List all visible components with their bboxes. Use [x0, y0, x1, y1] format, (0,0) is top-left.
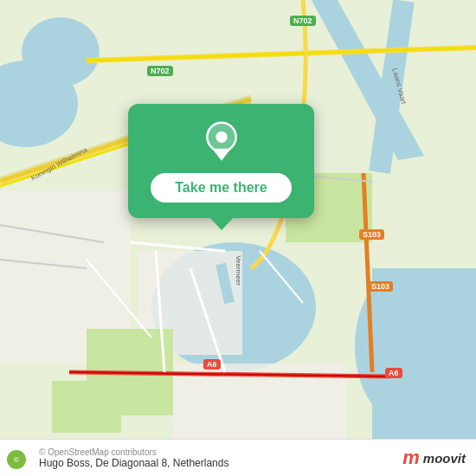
bottom-bar: © © OpenStreetMap contributors Hugo Boss… — [0, 439, 476, 476]
route-badge-n702-2: N702 — [147, 66, 173, 76]
location-text: Hugo Boss, De Diagonaal 8, Netherlands — [39, 457, 228, 469]
osm-logo-circle: © — [7, 450, 26, 469]
map-svg — [0, 0, 476, 476]
map-container: N702 N702 S103 S103 A6 A6 Koningin Wilhe… — [0, 0, 476, 476]
svg-point-3 — [22, 17, 100, 87]
osm-text: © OpenStreetMap contributors — [39, 447, 157, 457]
popup-card: Take me there — [128, 104, 314, 218]
svg-marker-34 — [212, 149, 231, 161]
moovit-m-icon: m — [402, 447, 420, 469]
route-badge-a6-2: A6 — [385, 368, 402, 378]
road-label-veermeer: Veermeer — [235, 255, 242, 286]
route-badge-s103-2: S103 — [368, 281, 393, 292]
osm-attribution: © — [7, 450, 29, 469]
moovit-logo: m moovit — [402, 447, 466, 469]
take-me-there-button[interactable]: Take me there — [151, 173, 291, 203]
address-label: © OpenStreetMap contributors Hugo Boss, … — [39, 447, 402, 469]
route-badge-s103-1: S103 — [359, 229, 384, 240]
location-pin-icon — [200, 121, 243, 164]
svg-rect-13 — [52, 381, 121, 433]
moovit-wordmark: moovit — [423, 451, 466, 466]
svg-rect-7 — [372, 268, 476, 441]
route-badge-a6-1: A6 — [203, 359, 221, 370]
svg-point-33 — [215, 132, 227, 143]
route-badge-n702-1: N702 — [290, 16, 316, 26]
